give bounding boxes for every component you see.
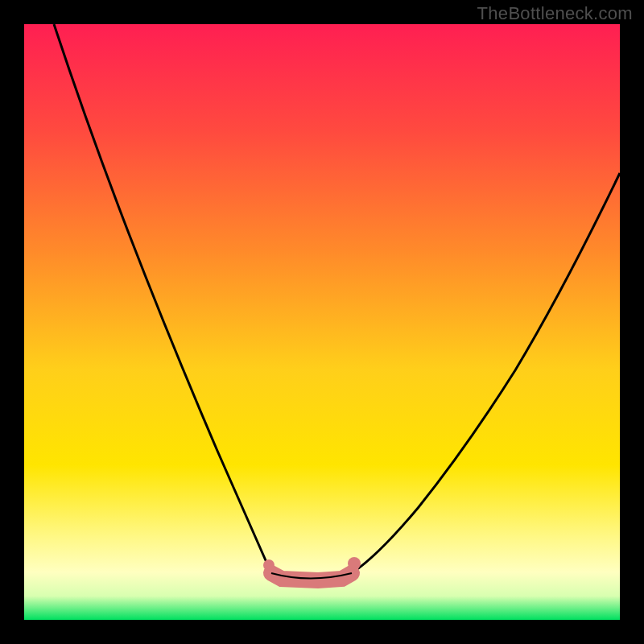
chart-stage: TheBottleneck.com: [0, 0, 644, 644]
plot-background: [24, 24, 620, 620]
chart-svg: [0, 0, 644, 644]
floor-start-dot: [263, 559, 275, 571]
watermark-text: TheBottleneck.com: [477, 3, 633, 24]
floor-end-dot: [348, 557, 361, 570]
floor-marker: [271, 573, 352, 580]
